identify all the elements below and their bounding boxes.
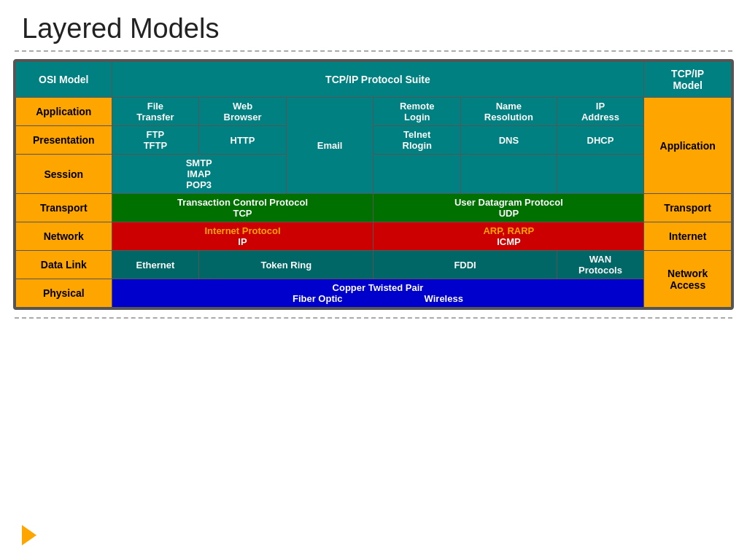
layered-models-table: OSI Model TCP/IP Protocol Suite TCP/IPMo… [13, 59, 734, 310]
ftp-tftp: FTPTFTP [112, 126, 199, 155]
network-row: Network Internet ProtocolIP ARP, RARPICM… [16, 222, 732, 251]
smtp-cell: SMTPIMAPPOP3 [112, 155, 286, 194]
osi-session: Session [16, 155, 112, 194]
ethernet: Ethernet [112, 251, 199, 279]
data-link-row: Data Link Ethernet Token Ring FDDI WANPr… [16, 251, 732, 279]
empty-dhcp [557, 155, 644, 194]
osi-presentation: Presentation [16, 126, 112, 155]
header-tcpip-suite: TCP/IP Protocol Suite [112, 62, 644, 98]
dhcp: DHCP [557, 126, 644, 155]
empty-dns [461, 155, 557, 194]
physical-media: Copper Twisted Pair Fiber Optic Wireless [112, 279, 644, 308]
tcpip-transport: Transport [644, 194, 732, 222]
fddi: FDDI [374, 251, 557, 279]
ip-address: IPAddress [557, 98, 644, 126]
header-osi: OSI Model [16, 62, 112, 98]
tcpip-network-access: NetworkAccess [644, 251, 732, 308]
dns: DNS [461, 126, 557, 155]
presentation-row: Presentation FTPTFTP HTTP TelnetRlogin D… [16, 126, 732, 155]
email-cell: Email [286, 98, 374, 194]
application-row: Application FileTransfer WebBrowser Emai… [16, 98, 732, 126]
title-divider [15, 50, 732, 52]
physical-row: Physical Copper Twisted Pair Fiber Optic… [16, 279, 732, 308]
header-tcpip-model: TCP/IPModel [644, 62, 732, 98]
header-row: OSI Model TCP/IP Protocol Suite TCP/IPMo… [16, 62, 732, 98]
session-row: Session SMTPIMAPPOP3 [16, 155, 732, 194]
http: HTTP [199, 126, 287, 155]
file-transfer: FileTransfer [112, 98, 199, 126]
name-resolution: NameResolution [461, 98, 557, 126]
empty-telnet [374, 155, 461, 194]
transport-row: Transport Transaction Control ProtocolTC… [16, 194, 732, 222]
tcp-cell: Transaction Control ProtocolTCP [112, 194, 374, 222]
osi-transport: Transport [16, 194, 112, 222]
arp-cell: ARP, RARPICMP [374, 222, 644, 251]
tcpip-application: Application [644, 98, 732, 194]
ip-cell: Internet ProtocolIP [112, 222, 374, 251]
osi-data-link: Data Link [16, 251, 112, 279]
wan: WANProtocols [557, 251, 644, 279]
tcpip-internet: Internet [644, 222, 732, 251]
web-browser: WebBrowser [199, 98, 287, 126]
osi-physical: Physical [16, 279, 112, 308]
telnet-rlogin: TelnetRlogin [374, 126, 461, 155]
arrow-icon [22, 525, 36, 545]
osi-application: Application [16, 98, 112, 126]
osi-network: Network [16, 222, 112, 251]
page-title: Layered Models [0, 0, 747, 50]
token-ring: Token Ring [199, 251, 374, 279]
remote-login: RemoteLogin [374, 98, 461, 126]
bottom-divider [15, 317, 732, 319]
udp-cell: User Datagram ProtocolUDP [374, 194, 644, 222]
